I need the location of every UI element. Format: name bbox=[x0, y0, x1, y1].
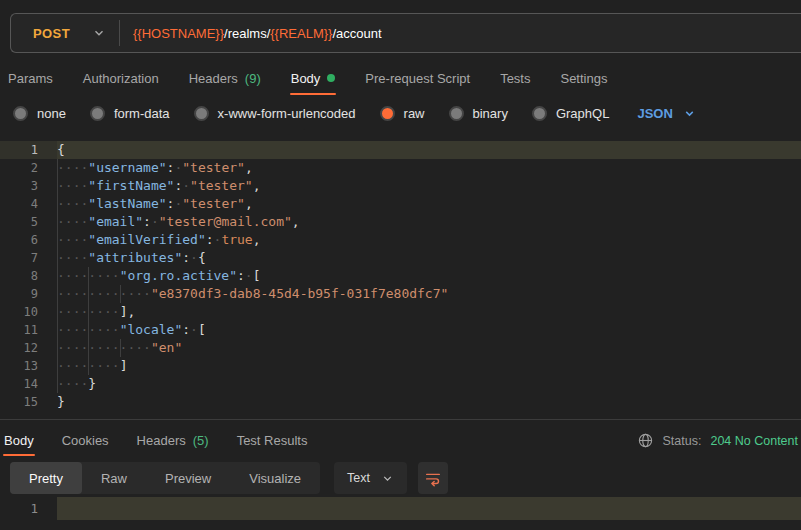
postman-request-window: POST {{HOSTNAME}}/realms/{{REALM}}/accou… bbox=[0, 0, 801, 530]
code-line[interactable]: 5····"email":·"tester@mail.com", bbox=[0, 213, 801, 231]
mode-label: none bbox=[37, 106, 66, 121]
tab-pre-request-script[interactable]: Pre-request Script bbox=[365, 60, 470, 96]
response-tab-body[interactable]: Body bbox=[4, 424, 34, 457]
mode-form-data[interactable]: form-data bbox=[90, 106, 170, 121]
tab-label: Headers bbox=[137, 433, 186, 448]
format-dropdown[interactable]: Text bbox=[334, 462, 407, 494]
code-line[interactable]: 13········] bbox=[0, 357, 801, 375]
code-line[interactable]: 7····"attributes":·{ bbox=[0, 249, 801, 267]
tab-body[interactable]: Body bbox=[291, 60, 336, 96]
response-status-bar: Status: 204 No Content bbox=[637, 424, 801, 457]
method-label: POST bbox=[33, 26, 70, 41]
status-label: Status: bbox=[663, 434, 702, 448]
indent-guide bbox=[57, 375, 58, 393]
mode-label: x-www-form-urlencoded bbox=[218, 106, 356, 121]
mode-none[interactable]: none bbox=[13, 106, 66, 121]
tab-params[interactable]: Params bbox=[8, 60, 53, 96]
url-input[interactable]: {{HOSTNAME}}/realms/{{REALM}}/account bbox=[120, 26, 382, 41]
line-number: 8 bbox=[0, 267, 57, 285]
tab-label: Tests bbox=[500, 71, 530, 86]
tab-label: Authorization bbox=[83, 71, 159, 86]
response-body-editor[interactable]: 1 bbox=[0, 495, 801, 530]
line-number: 11 bbox=[0, 321, 57, 339]
view-raw[interactable]: Raw bbox=[82, 462, 146, 494]
view-segment-group: Pretty Raw Preview Visualize bbox=[10, 462, 320, 494]
mode-raw[interactable]: raw bbox=[380, 106, 425, 121]
mode-label: form-data bbox=[114, 106, 170, 121]
view-visualize[interactable]: Visualize bbox=[230, 462, 320, 494]
globe-icon[interactable] bbox=[637, 432, 654, 449]
request-body-editor[interactable]: 1{2····"username":·"tester",3····"firstN… bbox=[0, 141, 801, 411]
headers-count: (9) bbox=[245, 71, 261, 86]
language-selector[interactable]: JSON bbox=[637, 106, 695, 121]
url-part-hostname-var: {{HOSTNAME}} bbox=[133, 26, 224, 41]
indent-guide bbox=[88, 357, 89, 375]
code-line[interactable]: 14····} bbox=[0, 375, 801, 393]
response-tab-test-results[interactable]: Test Results bbox=[237, 424, 308, 457]
mode-label: GraphQL bbox=[556, 106, 609, 121]
tab-authorization[interactable]: Authorization bbox=[83, 60, 159, 96]
indent-guide bbox=[88, 303, 89, 321]
indent-guide bbox=[57, 177, 58, 195]
mode-binary[interactable]: binary bbox=[449, 106, 508, 121]
view-preview[interactable]: Preview bbox=[146, 462, 230, 494]
url-part-path: /realms/ bbox=[224, 26, 270, 41]
indent-guide bbox=[57, 303, 58, 321]
view-pretty[interactable]: Pretty bbox=[10, 462, 82, 494]
code-line[interactable]: 3····"firstName":·"tester", bbox=[0, 177, 801, 195]
response-tab-cookies[interactable]: Cookies bbox=[62, 424, 109, 457]
tab-headers[interactable]: Headers(9) bbox=[189, 60, 261, 96]
line-number: 9 bbox=[0, 285, 57, 303]
indent-guide bbox=[57, 357, 58, 375]
code-line[interactable]: 4····"lastName":·"tester", bbox=[0, 195, 801, 213]
line-number: 12 bbox=[0, 339, 57, 357]
tab-label: Body bbox=[291, 71, 321, 86]
status-value: 204 No Content bbox=[710, 434, 798, 448]
wrap-text-button[interactable] bbox=[418, 462, 448, 494]
indent-guide bbox=[88, 339, 89, 357]
indent-guide bbox=[88, 285, 89, 303]
radio-selected-icon bbox=[380, 106, 395, 121]
indent-guide bbox=[57, 285, 58, 303]
url-part-path2: /account bbox=[332, 26, 381, 41]
response-tab-headers[interactable]: Headers(5) bbox=[137, 424, 209, 457]
radio-icon bbox=[13, 106, 28, 121]
chevron-down-icon bbox=[381, 472, 394, 485]
format-label: Text bbox=[347, 471, 370, 485]
code-line[interactable]: 9············"e8370df3-dab8-45d4-b95f-03… bbox=[0, 285, 801, 303]
line-number: 6 bbox=[0, 231, 57, 249]
response-tabs: Body Cookies Headers(5) Test Results bbox=[0, 424, 601, 457]
code-line[interactable]: 10········], bbox=[0, 303, 801, 321]
mode-graphql[interactable]: GraphQL bbox=[532, 106, 609, 121]
tab-label: Pre-request Script bbox=[365, 71, 470, 86]
method-selector[interactable]: POST bbox=[11, 26, 119, 41]
code-line[interactable]: 12············"en" bbox=[0, 339, 801, 357]
tab-tests[interactable]: Tests bbox=[500, 60, 530, 96]
tab-label: Params bbox=[8, 71, 53, 86]
code-line[interactable]: 1{ bbox=[0, 141, 801, 159]
line-number: 1 bbox=[0, 141, 57, 159]
tab-settings[interactable]: Settings bbox=[560, 60, 607, 96]
url-bar: POST {{HOSTNAME}}/realms/{{REALM}}/accou… bbox=[10, 13, 801, 53]
indent-guide bbox=[120, 339, 121, 357]
section-divider bbox=[0, 419, 801, 420]
code-line[interactable]: 2····"username":·"tester", bbox=[0, 159, 801, 177]
code-line[interactable]: 6····"emailVerified":·true, bbox=[0, 231, 801, 249]
line-number: 15 bbox=[0, 393, 57, 411]
response-code-line[interactable]: 1 bbox=[0, 495, 801, 523]
indent-guide bbox=[88, 321, 89, 339]
radio-icon bbox=[449, 106, 464, 121]
indent-guide bbox=[57, 195, 58, 213]
indent-guide bbox=[57, 231, 58, 249]
code-line[interactable]: 8········"org.ro.active":·[ bbox=[0, 267, 801, 285]
response-view-switcher: Pretty Raw Preview Visualize Text bbox=[10, 462, 448, 494]
indent-guide bbox=[120, 285, 121, 303]
indent-guide bbox=[57, 267, 58, 285]
mode-x-www-form-urlencoded[interactable]: x-www-form-urlencoded bbox=[194, 106, 356, 121]
code-line[interactable]: 11········"locale":·[ bbox=[0, 321, 801, 339]
code-line[interactable]: 15} bbox=[0, 393, 801, 411]
tab-label: Test Results bbox=[237, 433, 308, 448]
indent-guide bbox=[57, 339, 58, 357]
line-number: 13 bbox=[0, 357, 57, 375]
line-number: 7 bbox=[0, 249, 57, 267]
